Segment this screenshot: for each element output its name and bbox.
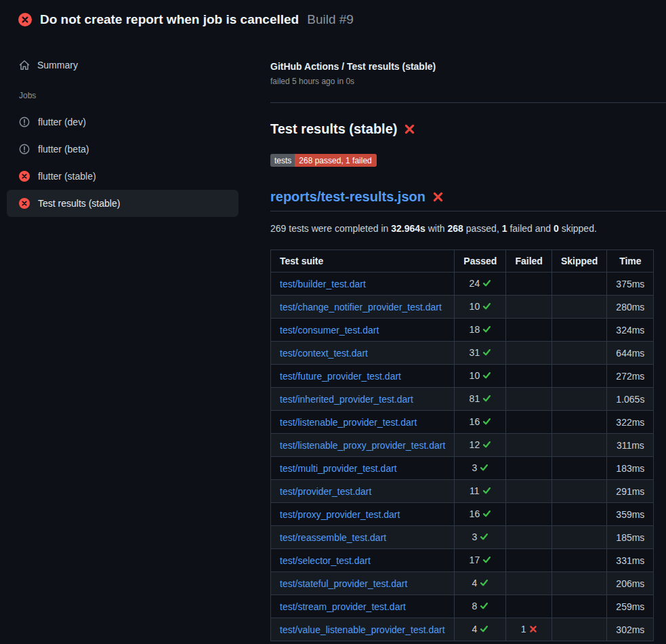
skipped-cell	[551, 618, 606, 641]
time-cell: 644ms	[607, 342, 654, 365]
report-file-link[interactable]: reports/test-results.json	[270, 189, 425, 205]
table-row: test/reassemble_test.dart3185ms	[271, 526, 654, 549]
test-suite-link[interactable]: test/selector_test.dart	[280, 555, 371, 566]
passed-cell: 17	[455, 549, 506, 572]
report-file-heading: reports/test-results.json	[270, 189, 666, 212]
test-suite-link[interactable]: test/context_test.dart	[280, 348, 368, 359]
suite-cell: test/listenable_proxy_provider_test.dart	[271, 434, 455, 457]
suite-cell: test/proxy_provider_test.dart	[271, 503, 455, 526]
time-cell: 331ms	[607, 549, 654, 572]
passed-cell: 16	[455, 411, 506, 434]
skipped-cell	[551, 503, 606, 526]
sidebar: Summary Jobs flutter (dev)flutter (beta)…	[0, 39, 251, 217]
suite-cell: test/reassemble_test.dart	[271, 526, 455, 549]
test-suite-link[interactable]: test/provider_test.dart	[280, 486, 371, 497]
test-summary-text: 269 tests were completed in 32.964s with…	[270, 223, 666, 234]
skipped-cell	[551, 319, 606, 342]
skipped-cell	[551, 595, 606, 618]
test-suite-link[interactable]: test/inherited_provider_test.dart	[280, 394, 413, 405]
skipped-cell	[551, 296, 606, 319]
skipped-cell	[551, 434, 606, 457]
sidebar-item-summary[interactable]: Summary	[7, 54, 238, 76]
check-icon	[480, 624, 488, 635]
passed-cell: 18	[455, 319, 506, 342]
test-suite-link[interactable]: test/reassemble_test.dart	[280, 532, 386, 543]
skipped-cell	[551, 342, 606, 365]
tests-badge: tests 268 passed, 1 failed	[270, 154, 377, 167]
table-row: test/selector_test.dart17331ms	[271, 549, 654, 572]
time-cell: 1.065s	[607, 388, 654, 411]
skipped-cell	[551, 365, 606, 388]
time-cell: 259ms	[607, 595, 654, 618]
table-row: test/context_test.dart31644ms	[271, 342, 654, 365]
job-label: Test results (stable)	[38, 198, 120, 209]
build-number: Build #9	[307, 12, 354, 27]
sidebar-item-flutter-stable[interactable]: flutter (stable)	[7, 163, 238, 190]
job-label: flutter (dev)	[38, 117, 86, 127]
table-row: test/builder_test.dart24375ms	[271, 273, 654, 296]
table-row: test/stream_provider_test.dart8259ms	[271, 595, 654, 618]
test-suite-link[interactable]: test/multi_provider_test.dart	[280, 463, 397, 474]
x-icon	[529, 624, 537, 635]
skipped-cell	[551, 572, 606, 595]
test-suite-link[interactable]: test/future_provider_test.dart	[280, 371, 401, 382]
test-suite-link[interactable]: test/listenable_provider_test.dart	[280, 417, 417, 428]
passed-cell: 12	[455, 434, 506, 457]
suite-cell: test/builder_test.dart	[271, 273, 455, 296]
passed-cell: 3	[455, 457, 506, 480]
sidebar-item-flutter-beta[interactable]: flutter (beta)	[7, 136, 238, 163]
time-cell: 302ms	[607, 618, 654, 641]
failed-cell	[506, 365, 551, 388]
test-suite-link[interactable]: test/consumer_test.dart	[280, 325, 379, 336]
check-icon	[480, 463, 488, 474]
skipped-cell	[551, 388, 606, 411]
skipped-cell	[551, 526, 606, 549]
time-cell: 324ms	[607, 319, 654, 342]
test-suite-link[interactable]: test/builder_test.dart	[280, 279, 366, 289]
failed-x-icon	[432, 191, 444, 203]
time-cell: 311ms	[607, 434, 654, 457]
test-suite-link[interactable]: test/change_notifier_provider_test.dart	[280, 302, 442, 313]
test-suite-link[interactable]: test/proxy_provider_test.dart	[280, 509, 400, 520]
passed-cell: 11	[455, 480, 506, 503]
section-title: Test results (stable)	[270, 121, 666, 137]
skipped-cell	[551, 480, 606, 503]
results-table: Test suite Passed Failed Skipped Time te…	[270, 249, 654, 641]
passed-cell: 4	[455, 572, 506, 595]
time-cell: 280ms	[607, 296, 654, 319]
test-suite-link[interactable]: test/listenable_proxy_provider_test.dart	[280, 440, 445, 451]
passed-cell: 81	[455, 388, 506, 411]
column-header-failed: Failed	[506, 250, 551, 273]
check-icon	[482, 417, 491, 428]
check-icon	[482, 371, 491, 382]
sidebar-item-test-results-stable[interactable]: Test results (stable)	[7, 190, 238, 217]
breadcrumb: GitHub Actions / Test results (stable)	[270, 61, 666, 72]
time-cell: 185ms	[607, 526, 654, 549]
test-suite-link[interactable]: test/stream_provider_test.dart	[280, 601, 406, 612]
x-circle-icon	[19, 198, 30, 209]
build-header: Do not create report when job is cancell…	[0, 0, 666, 39]
suite-cell: test/provider_test.dart	[271, 480, 455, 503]
check-icon	[480, 532, 488, 543]
sidebar-summary-label: Summary	[37, 60, 78, 71]
failed-cell	[506, 319, 551, 342]
test-suite-link[interactable]: test/value_listenable_provider_test.dart	[280, 624, 445, 635]
suite-cell: test/stream_provider_test.dart	[271, 595, 455, 618]
check-icon	[480, 601, 488, 612]
check-icon	[482, 302, 491, 313]
suite-cell: test/context_test.dart	[271, 342, 455, 365]
alert-circle-icon	[19, 117, 30, 127]
time-cell: 272ms	[607, 365, 654, 388]
failed-cell	[506, 526, 551, 549]
section-title-text: Test results (stable)	[270, 121, 397, 137]
failed-cell	[506, 457, 551, 480]
failed-cell	[506, 342, 551, 365]
job-label: flutter (beta)	[38, 144, 89, 155]
skipped-cell	[551, 411, 606, 434]
column-header-skipped: Skipped	[551, 250, 606, 273]
passed-cell: 4	[455, 618, 506, 641]
passed-cell: 10	[455, 296, 506, 319]
test-suite-link[interactable]: test/stateful_provider_test.dart	[280, 578, 407, 589]
sidebar-item-flutter-dev[interactable]: flutter (dev)	[7, 108, 238, 136]
time-cell: 291ms	[607, 480, 654, 503]
